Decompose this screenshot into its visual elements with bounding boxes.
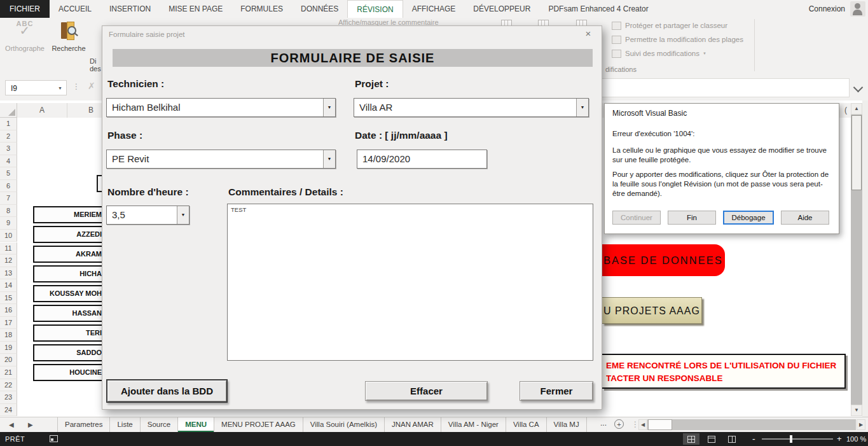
vba-d-bogage-button[interactable]: Débogage bbox=[723, 211, 774, 225]
staff-button-akram[interactable]: AKRAM bbox=[33, 246, 104, 263]
vba-aide-button[interactable]: Aide bbox=[781, 211, 829, 225]
projet-combobox[interactable]: Villa AR ▼ bbox=[354, 98, 589, 117]
sheet-tab-villa-am-niger[interactable]: Villa AM - Niger bbox=[441, 417, 506, 432]
sheet-tab-villa-souiri-amelkis[interactable]: Villa Souiri (Amelkis) bbox=[303, 417, 385, 432]
staff-button-teri[interactable]: TERI bbox=[33, 324, 104, 342]
column-header-partial[interactable]: ( bbox=[841, 103, 850, 118]
normal-view-icon[interactable] bbox=[683, 433, 699, 445]
row-header-6[interactable]: 6 bbox=[0, 180, 17, 193]
ribbon-tab-mise-en-page[interactable]: MISE EN PAGE bbox=[160, 0, 231, 18]
zoom-slider-track[interactable] bbox=[762, 438, 833, 440]
sheet-tab-parametres[interactable]: Parametres bbox=[58, 417, 110, 432]
sheet-tab-villa-ca[interactable]: Villa CA bbox=[506, 417, 547, 432]
page-layout-view-icon[interactable] bbox=[703, 433, 720, 445]
chevron-down-icon[interactable]: ▼ bbox=[177, 206, 189, 224]
row-header-20[interactable]: 20 bbox=[0, 354, 17, 366]
zoom-in-icon[interactable]: + bbox=[837, 432, 842, 446]
row-header-3[interactable]: 3 bbox=[0, 143, 17, 155]
fermer-button[interactable]: Fermer bbox=[520, 381, 593, 401]
connexion-link[interactable]: Connexion bbox=[809, 4, 845, 13]
ribbon-tab-d-veloppeur[interactable]: DÉVELOPPEUR bbox=[464, 0, 539, 18]
orthographe-button[interactable]: ABC✓ Orthographe bbox=[1, 20, 48, 72]
ribbon-tab-affichage[interactable]: AFFICHAGE bbox=[403, 0, 465, 18]
staff-button-saddo[interactable]: SADDO bbox=[33, 344, 104, 361]
row-header-5[interactable]: 5 bbox=[0, 167, 17, 180]
staff-button-azzedi[interactable]: AZZEDI bbox=[33, 226, 104, 243]
row-header-23[interactable]: 23 bbox=[0, 391, 17, 404]
row-header-19[interactable]: 19 bbox=[0, 342, 17, 354]
ajouter-bdd-button[interactable]: Ajouter dans la BDD bbox=[106, 379, 228, 403]
row-header-13[interactable]: 13 bbox=[0, 267, 17, 280]
select-all-corner[interactable] bbox=[0, 103, 17, 118]
ribbon-tab-insertion[interactable]: INSERTION bbox=[100, 0, 160, 18]
tab-overflow[interactable]: ... bbox=[600, 419, 607, 428]
technicien-combobox[interactable]: Hicham Belkihal ▼ bbox=[106, 98, 336, 117]
row-header-2[interactable]: 2 bbox=[0, 130, 17, 143]
column-header-a[interactable]: A bbox=[17, 103, 67, 118]
scroll-left-icon[interactable]: ◀ bbox=[638, 419, 647, 430]
ribbon-tab-accueil[interactable]: ACCUEIL bbox=[50, 0, 100, 18]
row-header-11[interactable]: 11 bbox=[0, 242, 17, 255]
scroll-right-icon[interactable]: ▶ bbox=[857, 419, 865, 430]
row-header-16[interactable]: 16 bbox=[0, 304, 17, 317]
ribbon-tab-r-vision[interactable]: RÉVISION bbox=[347, 0, 403, 18]
menu-projets-aaag-button[interactable]: U PROJETS AAAG bbox=[602, 297, 702, 324]
sheet-tab-liste[interactable]: Liste bbox=[110, 417, 140, 432]
sheet-tab-source[interactable]: Source bbox=[141, 417, 178, 432]
staff-button-hicha[interactable]: HICHA bbox=[33, 265, 104, 282]
heures-combobox[interactable]: 3,5 ▼ bbox=[106, 206, 189, 225]
sheet-tab-jnan-amar[interactable]: JNAN AMAR bbox=[385, 417, 441, 432]
staff-button-hassan[interactable]: HASSAN bbox=[33, 305, 104, 322]
close-icon[interactable]: × bbox=[575, 26, 602, 43]
commentaires-textarea[interactable]: TEST bbox=[227, 204, 593, 361]
row-header-10[interactable]: 10 bbox=[0, 230, 17, 242]
row-header-9[interactable]: 9 bbox=[0, 217, 17, 230]
name-box[interactable]: I9 ▼ bbox=[5, 80, 67, 95]
row-header-17[interactable]: 17 bbox=[0, 317, 17, 330]
scroll-up-icon[interactable]: ▲ bbox=[851, 103, 862, 115]
chevron-down-icon[interactable]: ▼ bbox=[323, 150, 335, 168]
sheet-tab-menu[interactable]: MENU bbox=[178, 417, 214, 432]
ribbon-tab-pdfsam-enhanced-4-creator[interactable]: PDFsam Enhanced 4 Creator bbox=[539, 0, 657, 18]
page-break-view-icon[interactable] bbox=[724, 433, 740, 445]
row-header-22[interactable]: 22 bbox=[0, 379, 17, 392]
row-header-14[interactable]: 14 bbox=[0, 279, 17, 292]
vertical-scrollbar-thumb[interactable] bbox=[851, 115, 862, 190]
ribbon-tab-fichier[interactable]: FICHIER bbox=[0, 0, 50, 18]
scroll-down-icon[interactable]: ▼ bbox=[851, 405, 862, 416]
vba-fin-button[interactable]: Fin bbox=[668, 211, 716, 225]
row-header-4[interactable]: 4 bbox=[0, 155, 17, 168]
row-header-21[interactable]: 21 bbox=[0, 366, 17, 379]
row-header-12[interactable]: 12 bbox=[0, 254, 17, 267]
separator-dots[interactable]: ⋮ bbox=[72, 82, 80, 91]
ribbon-button-suivi-des-modifications[interactable]: Suivi des modifications▼ bbox=[612, 48, 706, 59]
ribbon-button-prot-ger-et-partager-le-classeur[interactable]: Protéger et partager le classeur bbox=[612, 20, 727, 31]
row-header-18[interactable]: 18 bbox=[0, 329, 17, 342]
chevron-down-icon[interactable]: ▼ bbox=[323, 99, 335, 116]
horizontal-scrollbar-thumb[interactable] bbox=[648, 419, 672, 430]
staff-button-houcine[interactable]: HOUCINE bbox=[33, 364, 104, 381]
new-sheet-icon[interactable]: + bbox=[614, 419, 624, 429]
base-de-donnees-button[interactable]: BASE DE DONNEES bbox=[602, 244, 725, 276]
chevron-down-icon[interactable]: ▼ bbox=[58, 81, 62, 96]
ribbon-tab-formules[interactable]: FORMULES bbox=[231, 0, 292, 18]
macro-record-icon[interactable] bbox=[50, 435, 58, 442]
staff-button-koussay-moh[interactable]: KOUSSAY MOH bbox=[33, 285, 104, 302]
date-field[interactable]: 14/09/2020 bbox=[357, 150, 487, 169]
row-header-7[interactable]: 7 bbox=[0, 192, 17, 205]
row-header-15[interactable]: 15 bbox=[0, 292, 17, 305]
expand-formula-bar-icon[interactable] bbox=[853, 83, 864, 93]
sheet-tab-menu-projet-aaag[interactable]: MENU PROJET AAAG bbox=[214, 417, 303, 432]
ribbon-button-permettre-la-modification-des-plages[interactable]: Permettre la modification des plages bbox=[612, 34, 743, 45]
effacer-button[interactable]: Effacer bbox=[365, 381, 488, 401]
phase-combobox[interactable]: PE Revit ▼ bbox=[106, 150, 336, 169]
row-header-24[interactable]: 24 bbox=[0, 404, 17, 417]
zoom-slider-thumb[interactable] bbox=[790, 435, 792, 443]
zoom-level[interactable]: 100 % bbox=[846, 432, 866, 446]
staff-button-meriem[interactable]: MERIEM bbox=[33, 206, 104, 223]
tab-scroll-right-icon[interactable]: ▶ bbox=[28, 417, 33, 432]
row-header-1[interactable]: 1 bbox=[0, 118, 17, 130]
zoom-out-icon[interactable]: - bbox=[752, 432, 755, 446]
dictionnaire-button-partial[interactable]: Di des bbox=[90, 57, 101, 73]
user-avatar-icon[interactable] bbox=[850, 1, 865, 17]
